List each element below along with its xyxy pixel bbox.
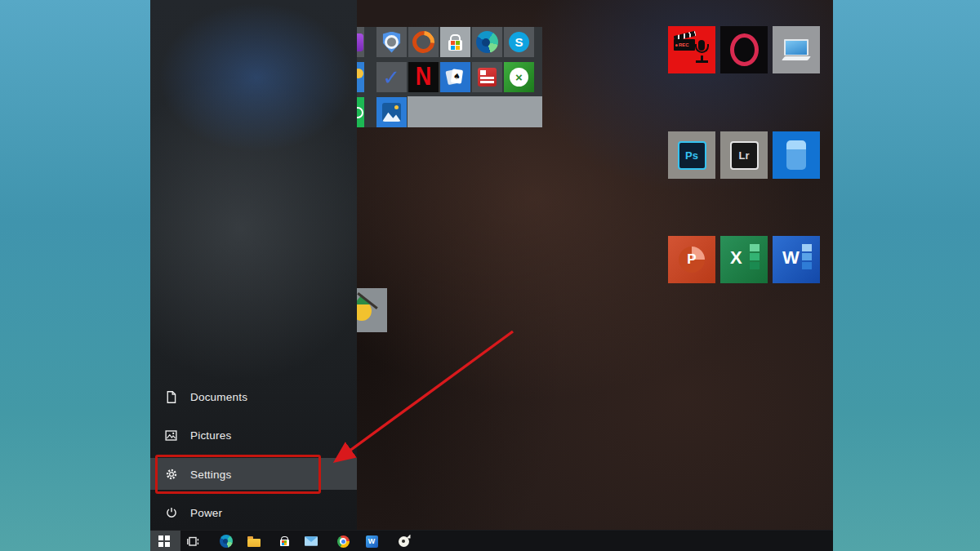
start-menu-item-power[interactable]: Power [150, 500, 357, 525]
laptop-icon [783, 39, 809, 60]
start-button[interactable] [150, 531, 180, 551]
tile-hotspot-shield[interactable] [376, 27, 407, 57]
tile-photos[interactable] [376, 97, 407, 127]
word-bars-icon [802, 244, 812, 269]
skype-icon: S [509, 32, 529, 52]
start-menu-item-label: Documents [190, 391, 247, 403]
tile-office[interactable] [408, 27, 439, 57]
screen: S ✓ N ♠ × [0, 0, 980, 551]
start-menu-item-label: Settings [190, 469, 231, 481]
microphone-icon [694, 40, 709, 66]
tile-opera-gx[interactable] [720, 26, 768, 73]
word-icon: W [366, 535, 378, 548]
edge-icon [476, 31, 498, 53]
netflix-n-icon: N [416, 64, 432, 90]
tile-excel[interactable]: X [720, 236, 768, 283]
start-menu: Documents Pictures Settings Power [150, 0, 357, 530]
taskbar-word-button[interactable]: W [365, 535, 378, 548]
tile-panel-empty-area [408, 96, 542, 127]
chrome-icon [337, 535, 350, 548]
tile-news[interactable] [472, 62, 502, 92]
swirl-app-icon [399, 536, 409, 547]
tile-microsoft-store[interactable] [440, 27, 470, 57]
excel-grid-icon [750, 244, 760, 269]
start-menu-item-label: Pictures [190, 429, 231, 442]
tile-app-partial-green[interactable] [357, 97, 364, 127]
task-view-button[interactable] [186, 535, 199, 548]
excel-x-icon: X [730, 247, 742, 269]
clapperboard-icon: REC [674, 33, 696, 51]
tile-weather-partial[interactable] [357, 62, 364, 92]
task-view-icon [186, 535, 199, 548]
tile-microsoft-edge[interactable] [472, 27, 502, 57]
start-menu-item-pictures[interactable]: Pictures [150, 423, 357, 447]
photos-icon [382, 103, 401, 122]
mail-icon [305, 536, 318, 546]
tile-netflix[interactable]: N [408, 62, 439, 92]
tile-game-partial[interactable] [357, 288, 387, 332]
tile-word[interactable]: W [773, 236, 820, 283]
opera-gx-icon [730, 33, 759, 66]
start-menu-item-label: Power [190, 507, 222, 519]
taskbar-edge-button[interactable] [220, 535, 233, 548]
start-menu-item-settings[interactable]: Settings [150, 462, 357, 487]
windows-logo-icon [158, 535, 171, 548]
lightroom-icon: Lr [730, 141, 759, 170]
edge-icon [220, 535, 233, 548]
taskbar-store-button[interactable] [278, 535, 291, 548]
tile-photoshop[interactable]: Ps [668, 131, 715, 179]
green-app-icon [357, 107, 363, 118]
news-icon [478, 68, 497, 87]
taskbar-app-swirl-button[interactable] [397, 535, 410, 548]
start-menu-item-documents[interactable]: Documents [150, 384, 357, 409]
store-bag-icon [448, 34, 462, 51]
tile-powerpoint[interactable]: P [668, 236, 715, 283]
skype-glyph: S [514, 35, 523, 49]
taskbar-file-explorer-button[interactable] [247, 535, 261, 548]
rec-label: REC [675, 42, 689, 47]
purple-app-icon [357, 33, 363, 51]
phone-icon [786, 140, 806, 170]
tile-skype[interactable]: S [504, 27, 534, 57]
xbox-icon: × [510, 68, 528, 87]
tile-screen-recorder[interactable]: REC [668, 26, 715, 73]
office-icon [408, 27, 439, 57]
document-icon [164, 390, 178, 404]
tile-lightroom[interactable]: Lr [720, 131, 768, 179]
tile-this-pc[interactable] [773, 26, 820, 73]
taskbar-mail-button[interactable] [305, 535, 318, 548]
tile-xbox[interactable]: × [504, 62, 534, 92]
powerpoint-icon: P [679, 247, 705, 273]
shield-icon [382, 32, 401, 53]
tile-solitaire[interactable]: ♠ [440, 62, 470, 92]
tile-app-partial-purple[interactable] [357, 27, 364, 57]
folder-icon [247, 536, 261, 547]
power-icon [164, 506, 178, 520]
photoshop-icon: Ps [678, 141, 706, 170]
weather-sun-icon [357, 69, 363, 78]
word-w-icon: W [782, 247, 800, 269]
gear-icon [164, 468, 178, 482]
todo-check-icon: ✓ [383, 65, 401, 90]
taskbar-chrome-button[interactable] [336, 535, 350, 548]
taskbar: W [150, 530, 833, 551]
spade-card-icon: ♠ [451, 69, 463, 84]
pictures-icon [164, 429, 178, 442]
tile-your-phone[interactable] [773, 131, 820, 179]
store-bag-icon [280, 536, 289, 546]
start-tiles-panel: S ✓ N ♠ × [357, 27, 542, 127]
tile-microsoft-to-do[interactable]: ✓ [376, 62, 407, 92]
